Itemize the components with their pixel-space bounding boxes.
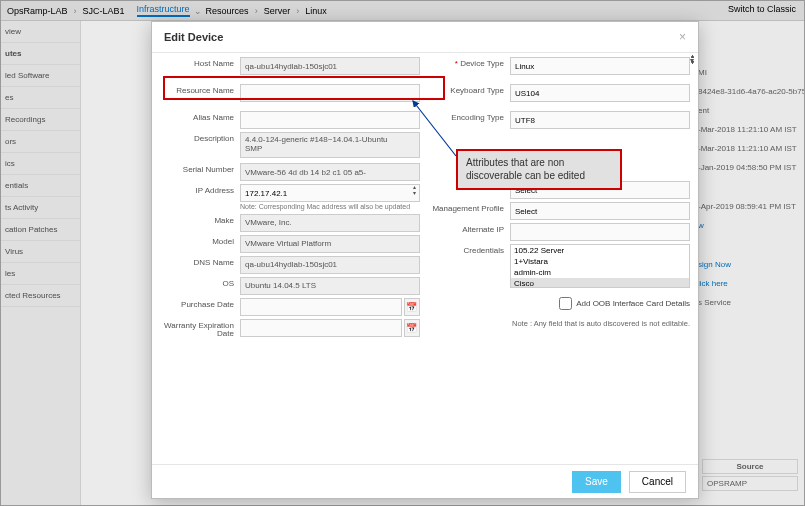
alternate-ip-input[interactable]	[510, 223, 690, 241]
list-item[interactable]: 1+Vistara	[511, 256, 689, 267]
label-serial: Serial Number	[160, 163, 234, 175]
modal-header: Edit Device ×	[152, 22, 698, 53]
list-item[interactable]: Cisco	[511, 278, 689, 288]
label-mgmt-profile: Management Profile	[430, 202, 504, 214]
label-description: Description	[160, 132, 234, 144]
oob-label: Add OOB Interface Card Details	[576, 299, 690, 308]
edit-device-modal: Edit Device × Host Name Resource Name Al…	[151, 21, 699, 499]
viewport: OpsRamp-LAB › SJC-LAB1 Infrastructure ⌄ …	[0, 0, 805, 506]
make-input	[240, 214, 420, 232]
label-credentials: Credentials	[430, 244, 504, 256]
ip-note: Note: Corresponding Mac address will als…	[240, 203, 420, 211]
auto-discover-note: Note : Any field that is auto discovered…	[430, 319, 690, 328]
modal-title: Edit Device	[164, 31, 223, 43]
model-input	[240, 235, 420, 253]
label-alias: Alias Name	[160, 111, 234, 123]
label-os: OS	[160, 277, 234, 289]
label-alternate-ip: Alternate IP	[430, 223, 504, 235]
host-input	[240, 57, 420, 75]
right-column: Device Type Keyboard Type Encoding Type …	[430, 57, 690, 458]
resource-name-input[interactable]	[240, 84, 420, 102]
calendar-icon[interactable]: 📅	[404, 319, 420, 337]
label-purchase-date: Purchase Date	[160, 298, 234, 310]
description-input: 4.4.0-124-generic #148~14.04.1-Ubuntu SM…	[240, 132, 420, 158]
label-warranty-date: Warranty Expiration Date	[160, 319, 234, 340]
oob-checkbox[interactable]	[559, 297, 572, 310]
os-input	[240, 277, 420, 295]
dns-input	[240, 256, 420, 274]
label-keyboard-type: Keyboard Type	[430, 84, 504, 96]
purchase-date-input[interactable]	[240, 298, 402, 316]
credentials-list[interactable]: 105.22 Server 1+Vistara admin-cim Cisco	[510, 244, 690, 288]
ip-select[interactable]	[240, 184, 420, 202]
mgmt-profile-select[interactable]	[510, 202, 690, 220]
warranty-date-input[interactable]	[240, 319, 402, 337]
device-type-select[interactable]	[510, 57, 690, 75]
left-column: Host Name Resource Name Alias Name Descr…	[160, 57, 420, 458]
label-host: Host Name	[160, 57, 234, 69]
label-device-type: Device Type	[430, 57, 504, 69]
oob-checkbox-row: Add OOB Interface Card Details	[430, 297, 690, 310]
label-encoding-type: Encoding Type	[430, 111, 504, 123]
list-item[interactable]: 105.22 Server	[511, 245, 689, 256]
callout-box: Attributes that are non discoverable can…	[456, 149, 622, 190]
save-button[interactable]: Save	[572, 471, 621, 493]
label-make: Make	[160, 214, 234, 226]
alias-input[interactable]	[240, 111, 420, 129]
modal-footer: Save Cancel	[152, 464, 698, 498]
label-resource-name: Resource Name	[160, 84, 234, 96]
list-item[interactable]: admin-cim	[511, 267, 689, 278]
label-ip: IP Address	[160, 184, 234, 196]
serial-input	[240, 163, 420, 181]
keyboard-type-select[interactable]	[510, 84, 690, 102]
label-model: Model	[160, 235, 234, 247]
label-dns: DNS Name	[160, 256, 234, 268]
encoding-type-select[interactable]	[510, 111, 690, 129]
cancel-button[interactable]: Cancel	[629, 471, 686, 493]
calendar-icon[interactable]: 📅	[404, 298, 420, 316]
modal-body: Host Name Resource Name Alias Name Descr…	[152, 53, 698, 464]
close-icon[interactable]: ×	[679, 30, 686, 44]
